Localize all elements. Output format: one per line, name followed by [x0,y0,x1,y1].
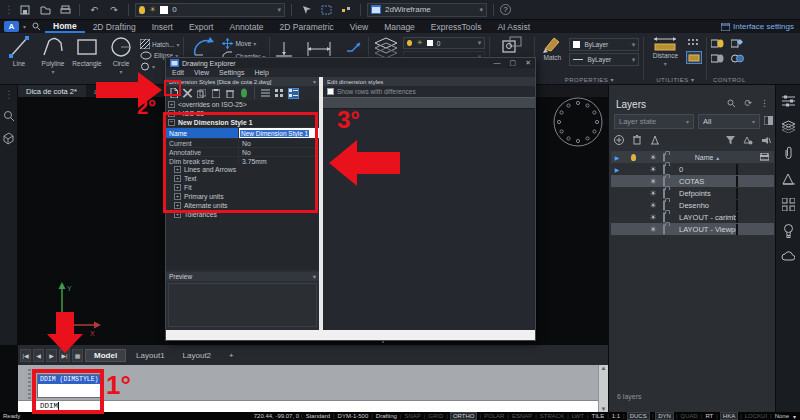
color-bylayer-dropdown[interactable]: ByLayer▾ [569,38,639,51]
undo-icon[interactable]: ↶ [86,3,102,17]
layer-control-dropdown[interactable]: ☀ 0 ▾ [135,3,285,17]
status-field[interactable]: Standard [305,413,331,419]
layer-row[interactable]: ☀Defpoints [611,187,774,199]
layer-color-swatch[interactable] [736,177,754,186]
view-tool-icon[interactable] [3,110,15,122]
style-property-row[interactable]: AnnotativeNo [166,147,319,156]
layer-name[interactable]: 0 [679,165,736,174]
prev-sheet-button[interactable]: ◀ [33,349,44,362]
command-input[interactable]: DDIM [18,400,598,412]
layers-stack-icon[interactable] [373,35,399,59]
tab-export[interactable]: Export [181,20,222,33]
menu-help[interactable]: Help [254,69,268,76]
add-layout-button[interactable]: + [221,350,242,361]
layer-lock-icon[interactable] [663,165,679,174]
assembly-panel-icon[interactable] [783,224,794,238]
delete-style-button[interactable]: ✕ [182,88,193,99]
menu-settings[interactable]: Settings [219,69,244,76]
circle-button[interactable]: Circle▾ [106,35,136,75]
blocks-panel-icon[interactable] [782,198,795,211]
property-group-row[interactable]: +Primary units [166,192,319,201]
last-sheet-button[interactable]: ▶| [59,349,70,362]
layer-color-swatch[interactable] [736,225,754,234]
property-group-row[interactable]: +Lines and Arrows [166,165,319,174]
regen-button[interactable] [238,88,249,99]
layer-filter-dropdown[interactable]: All▾ [698,114,760,129]
name-edit-field[interactable]: New Dimension Style 1 [240,130,309,137]
maximize-button[interactable]: ▢ [510,59,517,67]
save-icon[interactable] [17,3,33,17]
properties-group-label[interactable]: PROPERTIES ▾ [539,76,639,83]
collapse-icon[interactable]: − [168,119,175,126]
list-view-button[interactable] [260,88,271,99]
layer-color-swatch[interactable] [736,189,754,198]
toggle-dyn[interactable]: DYN [655,412,674,420]
new-style-button[interactable] [168,88,179,99]
layer-name[interactable]: LAYOUT - carimbo [679,213,736,222]
ribbon-layer-dropdown[interactable]: ☀ 0 ▾ [403,37,485,49]
first-sheet-button[interactable]: |◀ [20,349,31,362]
toggle-esnap[interactable]: ESNAP [511,413,533,419]
copy-button[interactable] [196,88,207,99]
layer-freeze-icon[interactable]: ☀ [643,165,663,174]
style-tree-node[interactable]: +* ISO-25 [166,109,319,118]
hatch-button[interactable]: Hatch...▾ [140,39,179,49]
toggle-quad[interactable]: QUAD [679,413,698,419]
layer-color-swatch[interactable] [736,213,754,222]
close-button[interactable]: ✕ [525,59,531,67]
status-field[interactable]: Drafting [375,413,398,419]
layer-row[interactable]: ☀LAYOUT - Viewport [611,223,774,235]
move-button[interactable]: Move▾ [222,38,265,49]
sheet-list-button[interactable]: ▦ [72,349,83,362]
redo-icon[interactable]: ↷ [106,3,122,17]
grips-tool-icon[interactable] [338,3,354,17]
paste-button[interactable] [210,88,221,99]
tab-2d-parametric[interactable]: 2D Parametric [272,20,342,33]
status-field[interactable]: DYM-1-500 [337,413,370,419]
filter-panel-icon[interactable] [764,116,773,125]
layer-color-swatch[interactable] [736,165,754,174]
layer-lock-control-icon[interactable] [711,53,724,64]
layer-freeze-icon[interactable]: ☀ [643,189,663,198]
sheet-tab-layout2[interactable]: Layout2 [175,350,219,361]
linetype-bylayer-dropdown[interactable]: ByLayer▾ [569,53,639,66]
layer-name[interactable]: Desenho [679,201,736,210]
ucs-tool-icon[interactable] [2,132,15,145]
style-property-row[interactable]: NameNew Dimension Style 1 [166,127,319,138]
style-tree-node-selected[interactable]: −New Dimension Style 1 [166,118,319,127]
layer-freeze-icon[interactable]: ☀ [643,225,663,234]
visual-style-dropdown[interactable]: 2dWireframe ▾ [367,3,487,17]
layer-freeze-control-icon[interactable] [731,38,744,49]
delete-layer-icon[interactable] [633,135,641,145]
toggle-grid[interactable]: GRID [427,413,444,419]
purge-button[interactable] [224,88,235,99]
toggle-lockui[interactable]: LOCKUI [744,413,768,419]
leader-icon[interactable] [344,39,364,59]
layer-isolate-control-icon[interactable] [731,53,744,64]
open-icon[interactable] [37,3,53,17]
attachments-panel-icon[interactable] [784,146,793,160]
expand-icon[interactable]: + [174,193,181,200]
toolbar-grip[interactable]: ⋮ [4,89,13,100]
app-menu-caret-icon[interactable]: ▾ [21,20,28,33]
name-column-header[interactable]: Name ▲ [679,154,736,161]
style-property-row[interactable]: Dim break size3.75mm [166,156,319,165]
help-icon[interactable]: ? [500,4,511,15]
toggle-11[interactable]: 1:1 [611,413,621,419]
distance-button[interactable]: Distance▾ [648,35,682,67]
next-sheet-button[interactable]: ▶ [46,349,57,362]
layer-row[interactable]: ☀Desenho [611,199,774,211]
expand-icon[interactable]: + [168,101,175,108]
layer-freeze-icon[interactable]: ☀ [643,213,663,222]
isolate-icon[interactable] [761,136,771,145]
layer-lock-icon[interactable] [663,201,679,210]
property-group-row[interactable]: +Alternate units [166,201,319,210]
sheet-tab-model[interactable]: Model [85,349,126,362]
layer-name[interactable]: COTAS [679,177,736,186]
tab-2d-drafting[interactable]: 2D Drafting [85,20,144,33]
style-property-row[interactable]: CurrentNo [166,138,319,147]
layer-color-swatch[interactable] [736,201,754,210]
layer-on-control-icon[interactable] [711,38,724,49]
tab-expresstools[interactable]: ExpressTools [423,20,490,33]
toggle-snap[interactable]: SNAP [403,413,421,419]
